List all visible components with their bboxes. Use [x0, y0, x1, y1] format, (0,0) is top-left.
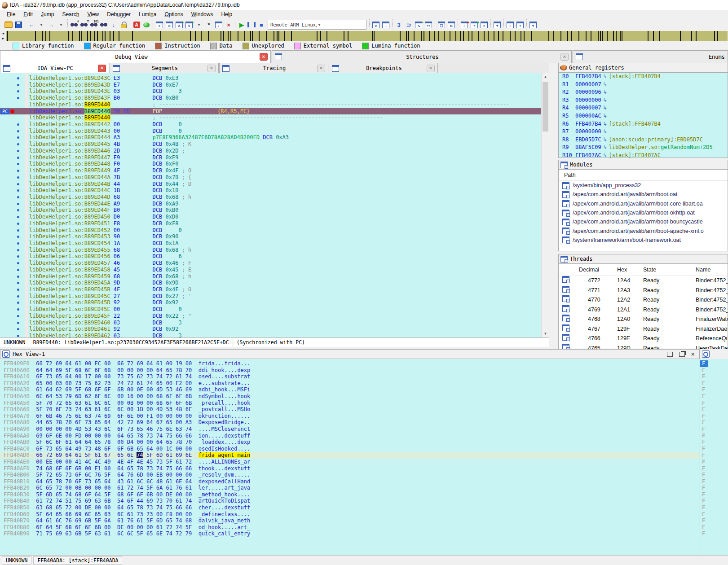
debug-pause-button[interactable]	[247, 20, 256, 30]
thread-row[interactable]: 476812A0ReadyFinalizerWatc	[559, 315, 728, 324]
register-row-r4[interactable]: R4 00000007 ↳	[559, 104, 728, 112]
disasm-line[interactable]: libDexHelper1.so:B89ED45F 22 DCB 0x22 ; …	[0, 313, 541, 320]
hex-row[interactable]: FFB40B90 71 75 69 63 6B 5F 63 61 6C 6C 5…	[0, 530, 700, 537]
breakpoint-list-button[interactable]: ≡●	[459, 20, 469, 30]
disasm-line[interactable]: libDexHelper1.so:B89ED45C 27 DCB 0x27 ; …	[0, 293, 541, 300]
menu-item-view[interactable]: View	[83, 10, 103, 18]
register-row-r8[interactable]: R8 EBD05D7C ↳ [anon:scudo:primary]:EBD05…	[559, 136, 728, 144]
run-until-return-button[interactable]: ↘•	[414, 20, 424, 30]
hex-row[interactable]: FFB40AE0 00 EE 00 00 41 4C 4C 49 4E 4F 4…	[0, 459, 700, 465]
thread-row[interactable]: 477012A2ReadyBinder:4752_	[559, 295, 728, 305]
disasm-line[interactable]: libDexHelper1.so:B89ED45D 92 DCB 0x92	[0, 299, 541, 306]
hex-row[interactable]: FFB40AA0 69 6F 6E 00 FD 00 00 00 64 65 7…	[0, 433, 700, 439]
disasm-line[interactable]: libDexHelper1.so:B89ED44D 68 DCB 0x68 ; …	[0, 194, 541, 201]
disasm-line[interactable]: libDexHelper1.so:B89ED447 E9 DCB 0xE9	[0, 154, 541, 161]
register-row-r7[interactable]: R7 00000000 ↳	[559, 128, 728, 136]
attach-process-button[interactable]: c	[371, 20, 381, 30]
navband-right-icon[interactable]: ►	[2, 37, 5, 40]
maximize-icon[interactable]	[667, 352, 673, 357]
module-row[interactable]: /apex/com.android.art/javalib/arm/boot-a…	[559, 226, 728, 235]
disasm-line[interactable]: libDexHelper1.so:B89ED44B 44 DCB 0x44 ; …	[0, 181, 541, 188]
menu-item-jump[interactable]: Jump	[37, 10, 58, 18]
tab-close-icon[interactable]: ✕	[560, 53, 569, 61]
modules-column-header[interactable]: Path	[559, 170, 728, 181]
hex-row[interactable]: FFB40A40 6E 64 53 79 6D 62 6F 6C 00 16 0…	[0, 393, 700, 400]
hex-row[interactable]: FFB40A60 5F 70 6F 73 74 63 61 6C 6C 00 1…	[0, 406, 700, 413]
thread-row[interactable]: 4765129DReadyHeapTaskDa	[559, 344, 728, 350]
disasm-line[interactable]: libDexHelper1.so:B89ED43D E7 DCB 0xE7	[0, 82, 541, 88]
disasm-scrollbar[interactable]: ▲ ▼	[541, 73, 549, 337]
disasm-line[interactable]: libDexHelper1.so:B89ED456 06 DCB 6	[0, 253, 541, 260]
scroll-thumb[interactable]	[543, 82, 548, 131]
module-row[interactable]: /system/framework/arm/boot-framework.oat	[559, 236, 728, 245]
register-row-r2[interactable]: R2 00000096 ↳	[559, 88, 728, 96]
nav-back-button[interactable]: ←	[26, 20, 36, 30]
color-ellipse-button[interactable]	[141, 20, 151, 30]
menu-item-edit[interactable]: Edit	[19, 10, 37, 18]
disasm-line[interactable]: libDexHelper1.so:B89ED451 F8 DCB 0xF8	[0, 220, 541, 227]
nav-forward-dropdown[interactable]: ▼	[56, 20, 66, 30]
tab-tracing[interactable]: Tracing✕	[219, 63, 328, 73]
threads-panel-header[interactable]: Threads	[558, 254, 728, 264]
hex-row[interactable]: FFB40A90 00 00 00 00 4D 53 43 6C 6F 73 6…	[0, 426, 700, 433]
disasm-line[interactable]: libDexHelper1.so:B89ED454 1A DCB 0x1A	[0, 240, 541, 247]
make-code-button[interactable]: c	[154, 20, 164, 30]
thread-row[interactable]: 477212A4ReadyBinder:4752_	[559, 276, 728, 286]
menu-item-file[interactable]: File	[3, 10, 19, 18]
disasm-line[interactable]: libDexHelper1.so:B89ED457 46 DCB 0x46 ; …	[0, 260, 541, 267]
run-to-cursor-button[interactable]: ↦	[424, 20, 433, 30]
step-over-button[interactable]: ⊃	[404, 20, 414, 30]
string-type-dropdown[interactable]: ▼	[194, 20, 204, 30]
disasm-line[interactable]: libDexHelper1.so:B89ED43F B0 DCB 0xB0	[0, 95, 541, 101]
tab-ida-view-pc[interactable]: IDA View-PC✕	[0, 63, 109, 73]
register-row-r5[interactable]: R5 000000AC ↳	[559, 112, 728, 120]
hex-row[interactable]: FFB40A50 5F 70 72 65 63 61 6C 6C 00 0B 0…	[0, 400, 700, 407]
watch-view-button[interactable]: ▾	[492, 20, 502, 30]
disasm-line[interactable]: libDexHelper1.so:B89ED440 ; ------------…	[0, 101, 541, 108]
register-row-r1[interactable]: R1 00000007 ↳	[559, 81, 728, 89]
hex-row[interactable]: FFB40B10 64 65 78 70 6F 73 65 64 43 61 6…	[0, 478, 700, 485]
menu-item-windows[interactable]: Windows	[187, 10, 217, 18]
hex-row[interactable]: FFB40B70 64 61 6C 76 69 6B 5F 6A 61 76 6…	[0, 517, 700, 524]
disasm-line[interactable]: libDexHelper1.so:B89ED43E 03 DCB 3	[0, 88, 541, 95]
disasm-line[interactable]: libDexHelper1.so:B89ED460 03 DCB 3	[0, 320, 541, 326]
registers-panel-header[interactable]: General registers	[558, 63, 728, 73]
undefine-button[interactable]: ×	[224, 20, 234, 30]
hex-row[interactable]: FFB40AC0 6F 73 65 64 49 73 48 6F 6F 6B 6…	[0, 446, 700, 452]
disasm-line[interactable]: libDexHelper1.so:B89ED458 45 DCB 0x45 ; …	[0, 267, 541, 273]
disasm-line[interactable]: libDexHelper1.so:B89ED449 4F DCB 0x4F ; …	[0, 167, 541, 174]
close-icon[interactable]: ×	[691, 350, 695, 358]
disassembly-view[interactable]: libDexHelper1.so:B89ED43C E3 DCB 0xE3lib…	[0, 73, 541, 339]
hex-row[interactable]: FFB40AD0 66 72 69 64 61 5F 61 67 65 6E 7…	[0, 452, 700, 459]
disasm-line[interactable]: libDexHelper1.so:B89ED44E A9 DCB 0xA9	[0, 201, 541, 207]
register-row-r10[interactable]: R10 FFB407AC ↳ [stack]:FFB407AC	[559, 152, 728, 158]
thread-row[interactable]: 477112A3ReadyBinder:4752_	[559, 286, 728, 296]
breakpoint-delete-button[interactable]: ×	[479, 20, 489, 30]
search-binary-button[interactable]: 101	[89, 20, 99, 30]
locals-view-button[interactable]: ≡	[505, 20, 515, 30]
hex-row[interactable]: FFB40B20 6C 65 72 00 0B 00 00 00 61 72 7…	[0, 485, 700, 491]
disasm-line[interactable]: libDexHelper1.so:B89ED461 92 DCB 0x92	[0, 326, 541, 333]
disasm-line[interactable]: libDexHelper1.so:B89ED452 00 DCB 0	[0, 227, 541, 234]
disasm-line[interactable]: libDexHelper1.so:B89ED44F B0 DCB 0xB0	[0, 207, 541, 214]
save-file-button[interactable]	[13, 20, 23, 30]
disasm-line[interactable]: libDexHelper1.so:B89ED459 68 DCB 0x68 ; …	[0, 273, 541, 280]
hex-row[interactable]: FFB40A80 44 65 78 70 6F 73 65 64 42 72 6…	[0, 419, 700, 426]
thread-row[interactable]: 4767129FReadyFinalizerDaem	[559, 324, 728, 334]
hex-row[interactable]: FFB40A30 61 64 62 69 5F 68 6F 6F 6B 00 0…	[0, 386, 700, 393]
search-text-button[interactable]: T	[79, 20, 89, 30]
disasm-line[interactable]: libDexHelper1.so:B89ED444 A3 p7E8E9366A3…	[0, 134, 541, 141]
threads-view-button[interactable]: ▾	[528, 20, 538, 30]
navband-left-icon[interactable]: ◄	[2, 32, 5, 35]
debugger-select[interactable]: Remote ARM Linux/Android debugger▼	[268, 20, 366, 30]
disasm-line[interactable]: libDexHelper1.so:B89ED455 68 DCB 0x68 ; …	[0, 247, 541, 254]
breakpoint-add-button[interactable]: +●	[469, 20, 479, 30]
register-row-r3[interactable]: R3 00000000 ↳	[559, 96, 728, 105]
make-string-button[interactable]: s+	[184, 20, 194, 30]
disasm-line[interactable]: libDexHelper1.so:B89ED44C 1B DCB 0x1B	[0, 187, 541, 194]
modules-panel-header[interactable]: Modules	[558, 160, 728, 170]
thread-row[interactable]: 476912A1ReadyBinder:4752_	[559, 305, 728, 315]
hex-row[interactable]: FFB40A20 65 00 03 00 73 75 62 73 74 72 6…	[0, 380, 700, 387]
module-row[interactable]: /apex/com.android.art/javalib/arm/boot.o…	[559, 190, 728, 199]
tab-debug-view[interactable]: Debug View✕	[0, 50, 271, 63]
